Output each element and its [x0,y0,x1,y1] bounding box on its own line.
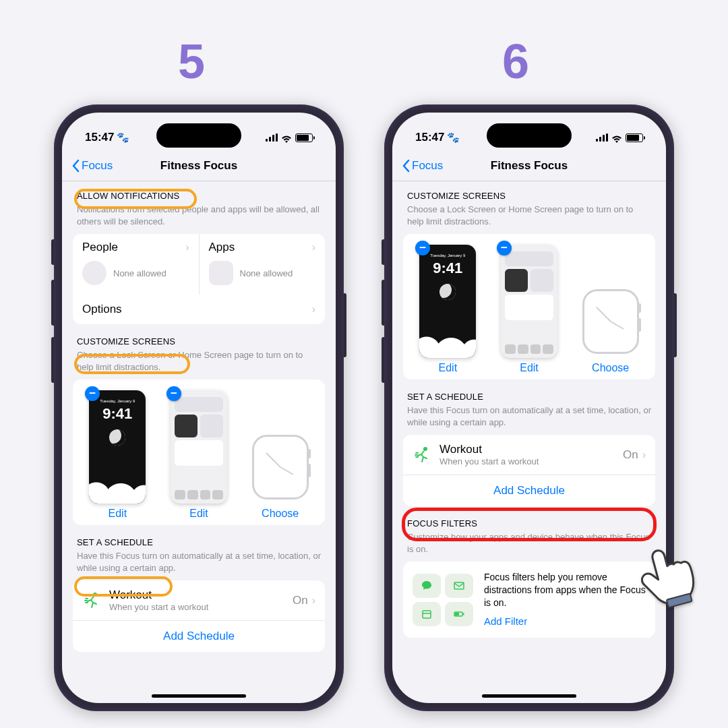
edit-home-screen-button[interactable]: Edit [189,508,208,520]
back-label: Focus [82,159,113,173]
apps-none-label: None allowed [240,268,293,278]
back-button[interactable]: Focus [71,159,113,173]
status-time: 15:47 [85,131,114,144]
home-indicator[interactable] [482,694,576,698]
workout-sublabel: When you start a workout [109,602,284,612]
workout-on-label: On [623,448,638,462]
running-icon [82,591,101,610]
workout-label: Workout [439,443,615,456]
workout-sublabel: When you start a workout [439,456,615,466]
customize-screens-header: CUSTOMIZE SCREENS [73,324,325,348]
people-label: People [82,241,118,254]
messages-icon [413,574,441,598]
home-screen-item[interactable]: − Edit [162,390,236,520]
paw-icon: 🐾 [117,131,129,144]
customize-screens-subtitle: Choose a Lock Screen or Home Screen page… [403,202,655,234]
svg-rect-7 [463,613,464,615]
lock-screen-preview: Tuesday, January 9 9:41 [419,245,476,358]
cellular-icon [266,133,278,142]
wifi-icon [611,133,622,142]
choose-watch-button[interactable]: Choose [592,362,629,374]
chevron-right-icon: › [312,595,315,607]
schedule-card: Workout When you start a workout On› Add… [73,580,325,652]
battery-icon [295,133,313,142]
set-schedule-subtitle: Have this Focus turn on automatically at… [73,549,325,580]
focus-filters-card: Focus filters help you remove distractio… [403,562,655,638]
workout-on-label: On [293,594,308,607]
chevron-right-icon: › [312,303,315,315]
paw-icon: 🐾 [447,131,460,144]
allow-notifications-header: ALLOW NOTIFICATIONS [73,181,325,202]
customize-screens-header: CUSTOMIZE SCREENS [403,181,655,202]
chevron-right-icon: › [312,241,315,253]
avatar-placeholder [82,261,107,285]
customize-screens-card: − Tuesday, January 9 9:41 Edit [73,380,325,525]
watch-face-item[interactable]: Choose [243,435,317,520]
back-label: Focus [412,159,443,173]
svg-point-0 [94,593,96,596]
workout-schedule-row[interactable]: Workout When you start a workout On› [73,580,325,621]
back-button[interactable]: Focus [402,159,443,173]
focus-filters-subtitle: Customize how your apps and device behav… [403,530,655,562]
home-screen-item[interactable]: − Edit [493,245,566,374]
people-cell[interactable]: People› None allowed [73,234,200,295]
focus-filters-header: FOCUS FILTERS [403,506,655,530]
edit-lock-screen-button[interactable]: Edit [439,362,458,374]
filter-icons-grid [413,574,473,626]
apps-cell[interactable]: Apps› None allowed [200,234,326,295]
page-title: Fitness Focus [491,159,568,173]
lock-screen-item[interactable]: − Tuesday, January 9 9:41 Edit [411,245,485,374]
phone-step-6: 15:47 🐾 Focus Fitness Focus CUSTOMIZE SC… [384,104,674,711]
allow-notifications-subtitle: Notifications from selected people and a… [73,202,325,234]
workout-label: Workout [109,588,284,602]
calendar-icon [413,602,441,626]
watch-face-preview [582,289,639,354]
page-title: Fitness Focus [160,159,237,173]
svg-rect-3 [423,611,431,618]
chevron-right-icon: › [185,241,189,253]
chevron-right-icon: › [642,449,646,461]
phone-step-5: 15:47 🐾 Focus Fitness Focus ALLOW NOTIFI… [54,104,344,711]
battery-icon [626,133,643,142]
step-number-5: 5 [178,34,205,89]
people-none-label: None allowed [113,268,166,278]
dynamic-island [156,123,241,148]
focus-filters-body: Focus filters help you remove distractio… [484,572,646,608]
add-filter-button[interactable]: Add Filter [484,615,646,628]
choose-watch-button[interactable]: Choose [262,508,299,520]
running-icon [413,446,431,464]
lock-screen-preview: Tuesday, January 9 9:41 [89,390,146,504]
lock-screen-item[interactable]: − Tuesday, January 9 9:41 Edit [81,390,154,520]
add-schedule-button[interactable]: Add Schedule [73,621,325,652]
svg-rect-6 [455,613,459,615]
chevron-left-icon [402,159,410,173]
edit-lock-screen-button[interactable]: Edit [109,508,127,520]
home-screen-preview [171,390,227,504]
app-placeholder [209,261,233,285]
edit-home-screen-button[interactable]: Edit [520,362,539,374]
cellular-icon [596,133,608,142]
watch-face-preview [252,435,309,499]
nav-bar: Focus Fitness Focus [62,150,336,181]
customize-screens-card: − Tuesday, January 9 9:41 Edit [403,234,655,380]
workout-schedule-row[interactable]: Workout When you start a workout On› [403,435,655,475]
step-number-6: 6 [502,34,529,89]
set-schedule-subtitle: Have this Focus turn on automatically at… [403,403,655,435]
schedule-card: Workout When you start a workout On› Add… [403,435,655,506]
battery-filter-icon [445,602,473,626]
watch-face-item[interactable]: Choose [574,289,647,374]
home-indicator[interactable] [152,694,246,698]
customize-screens-subtitle: Choose a Lock Screen or Home Screen page… [73,348,325,380]
add-schedule-button[interactable]: Add Schedule [403,475,655,506]
remove-home-screen-button[interactable]: − [497,241,512,255]
options-label: Options [82,303,122,316]
nav-bar: Focus Fitness Focus [392,150,666,181]
set-schedule-header: SET A SCHEDULE [403,380,655,403]
home-screen-preview [501,245,557,358]
options-row[interactable]: Options › [73,295,325,324]
wifi-icon [281,133,292,142]
dynamic-island [487,123,572,148]
mail-icon [445,574,473,598]
svg-point-1 [424,448,427,450]
set-schedule-header: SET A SCHEDULE [73,525,325,549]
